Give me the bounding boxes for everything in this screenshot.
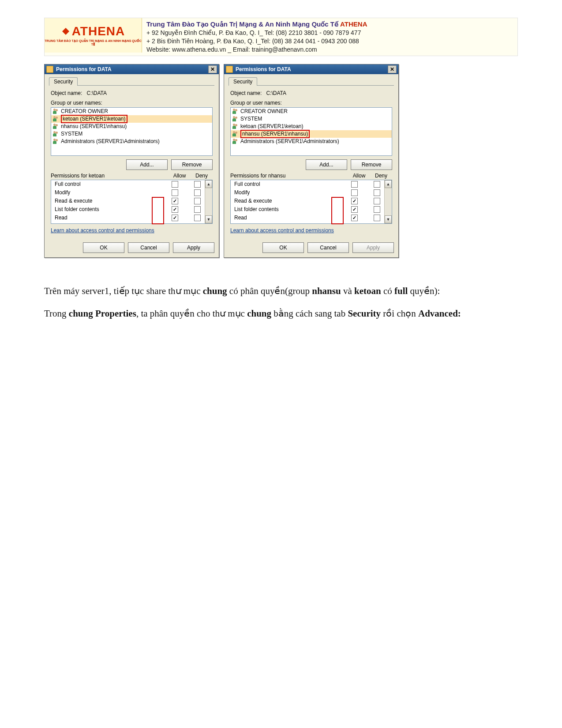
deny-checkbox[interactable] bbox=[194, 181, 201, 188]
users-icon bbox=[232, 139, 239, 144]
scrollbar[interactable]: ▲▼ bbox=[205, 180, 212, 223]
learn-link[interactable]: Learn about access control and permissio… bbox=[230, 227, 334, 234]
apply-button[interactable]: Apply bbox=[352, 242, 394, 253]
users-icon bbox=[232, 131, 239, 136]
users-icon bbox=[53, 124, 59, 129]
list-item: SYSTEM bbox=[231, 115, 392, 123]
title-text: Permissions for DATA bbox=[236, 66, 388, 72]
object-name-row: Object name: C:\DATA bbox=[51, 90, 214, 96]
users-icon bbox=[53, 131, 59, 136]
list-item: nhansu (SERVER1\nhansu) bbox=[51, 123, 212, 130]
permissions-dialog-right: Permissions for DATA ✕ Security Object n… bbox=[224, 64, 399, 258]
list-item: ketoan (SERVER1\ketoan) bbox=[51, 115, 212, 123]
perm-row: Read bbox=[51, 214, 212, 222]
users-icon bbox=[232, 109, 239, 114]
perm-row: Read & execute bbox=[231, 197, 392, 205]
title-text: Permissions for DATA bbox=[56, 66, 208, 72]
deny-checkbox[interactable] bbox=[374, 181, 380, 188]
object-name-row: Object name: C:\DATA bbox=[230, 90, 394, 96]
allow-checkbox[interactable] bbox=[351, 198, 358, 204]
deny-checkbox[interactable] bbox=[374, 198, 380, 204]
list-item: SYSTEM bbox=[51, 130, 212, 138]
scroll-up-icon[interactable]: ▲ bbox=[205, 180, 212, 188]
apply-button[interactable]: Apply bbox=[173, 242, 214, 253]
perm-row: Modify bbox=[51, 189, 212, 197]
perm-row: Full control bbox=[51, 180, 212, 189]
logo-text: ATHENA bbox=[61, 24, 125, 38]
perm-row: Read bbox=[231, 214, 392, 222]
folder-icon bbox=[46, 66, 53, 73]
perm-listbox: Full control Modify Read & execute List … bbox=[51, 180, 213, 224]
add-button[interactable]: Add... bbox=[306, 159, 347, 170]
tab-security[interactable]: Security bbox=[49, 77, 78, 86]
logo-sub: TRUNG TÂM ĐÀO TẠO QUẢN TRỊ MẠNG & AN NIN… bbox=[45, 39, 142, 46]
perm-row: List folder contents bbox=[51, 205, 212, 214]
allow-checkbox[interactable] bbox=[351, 215, 358, 221]
remove-button[interactable]: Remove bbox=[351, 159, 392, 170]
users-icon bbox=[53, 139, 59, 144]
allow-checkbox[interactable] bbox=[172, 198, 178, 204]
users-icon bbox=[53, 116, 59, 121]
remove-button[interactable]: Remove bbox=[171, 159, 213, 170]
svg-marker-0 bbox=[62, 28, 69, 35]
perm-row: Modify bbox=[231, 189, 392, 197]
ok-button[interactable]: OK bbox=[262, 242, 304, 253]
titlebar: Permissions for DATA ✕ bbox=[224, 64, 398, 74]
close-button[interactable]: ✕ bbox=[388, 65, 397, 73]
deny-checkbox[interactable] bbox=[194, 206, 201, 213]
article-text: Trên máy server1, tiếp tục share thư mục… bbox=[44, 284, 518, 321]
dialogs-row: Permissions for DATA ✕ Security Object n… bbox=[44, 64, 518, 258]
users-icon bbox=[53, 109, 59, 114]
titlebar: Permissions for DATA ✕ bbox=[45, 64, 219, 74]
perm-header: Permissions for ketoan Allow Deny bbox=[51, 173, 213, 179]
ok-button[interactable]: OK bbox=[83, 242, 124, 253]
cancel-button[interactable]: Cancel bbox=[128, 242, 169, 253]
scroll-down-icon[interactable]: ▼ bbox=[385, 215, 392, 223]
tabbar: Security bbox=[49, 77, 214, 86]
cancel-button[interactable]: Cancel bbox=[307, 242, 349, 253]
perm-listbox: Full control Modify Read & execute List … bbox=[230, 180, 392, 224]
tab-security[interactable]: Security bbox=[229, 77, 257, 86]
group-label: Group or user names: bbox=[51, 100, 214, 106]
deny-checkbox[interactable] bbox=[194, 189, 201, 196]
allow-checkbox[interactable] bbox=[351, 181, 358, 188]
banner-text: Trung Tâm Đào Tạo Quản Trị Mạng & An Nin… bbox=[142, 18, 517, 56]
deny-checkbox[interactable] bbox=[374, 206, 380, 213]
scrollbar[interactable]: ▲▼ bbox=[384, 180, 392, 223]
deny-checkbox[interactable] bbox=[374, 215, 380, 221]
close-button[interactable]: ✕ bbox=[208, 65, 217, 73]
users-icon bbox=[232, 116, 239, 121]
list-item: Administrators (SERVER1\Administrators) bbox=[51, 138, 212, 145]
tabbar: Security bbox=[229, 77, 394, 86]
add-button[interactable]: Add... bbox=[126, 159, 168, 170]
list-item: Administrators (SERVER1\Administrators) bbox=[231, 138, 392, 145]
allow-checkbox[interactable] bbox=[172, 206, 178, 213]
deny-checkbox[interactable] bbox=[194, 198, 201, 204]
allow-checkbox[interactable] bbox=[172, 189, 178, 196]
group-label: Group or user names: bbox=[230, 100, 394, 106]
permissions-dialog-left: Permissions for DATA ✕ Security Object n… bbox=[44, 64, 219, 258]
deny-checkbox[interactable] bbox=[194, 215, 201, 221]
allow-checkbox[interactable] bbox=[172, 215, 178, 221]
perm-row: Read & execute bbox=[51, 197, 212, 205]
group-listbox[interactable]: CREATOR OWNER ketoan (SERVER1\ketoan) nh… bbox=[51, 107, 213, 156]
learn-link[interactable]: Learn about access control and permissio… bbox=[51, 227, 154, 234]
perm-row: Full control bbox=[231, 180, 392, 189]
scroll-up-icon[interactable]: ▲ bbox=[385, 180, 392, 188]
scroll-down-icon[interactable]: ▼ bbox=[205, 215, 212, 223]
diamond-icon bbox=[61, 27, 70, 36]
allow-checkbox[interactable] bbox=[351, 206, 358, 213]
folder-icon bbox=[226, 66, 233, 73]
allow-checkbox[interactable] bbox=[351, 189, 358, 196]
perm-header: Permissions for nhansu Allow Deny bbox=[230, 173, 392, 179]
logo-block: ATHENA TRUNG TÂM ĐÀO TẠO QUẢN TRỊ MẠNG &… bbox=[45, 18, 142, 53]
list-item: ketoan (SERVER1\ketoan) bbox=[231, 123, 392, 130]
group-listbox[interactable]: CREATOR OWNER SYSTEM ketoan (SERVER1\ket… bbox=[230, 107, 392, 156]
list-item: CREATOR OWNER bbox=[231, 108, 392, 115]
users-icon bbox=[232, 124, 239, 129]
deny-checkbox[interactable] bbox=[374, 189, 380, 196]
allow-checkbox[interactable] bbox=[172, 181, 178, 188]
header-banner: ATHENA TRUNG TÂM ĐÀO TẠO QUẢN TRỊ MẠNG &… bbox=[44, 18, 518, 56]
perm-row: List folder contents bbox=[231, 205, 392, 214]
list-item: nhansu (SERVER1\nhansu) bbox=[231, 130, 392, 138]
